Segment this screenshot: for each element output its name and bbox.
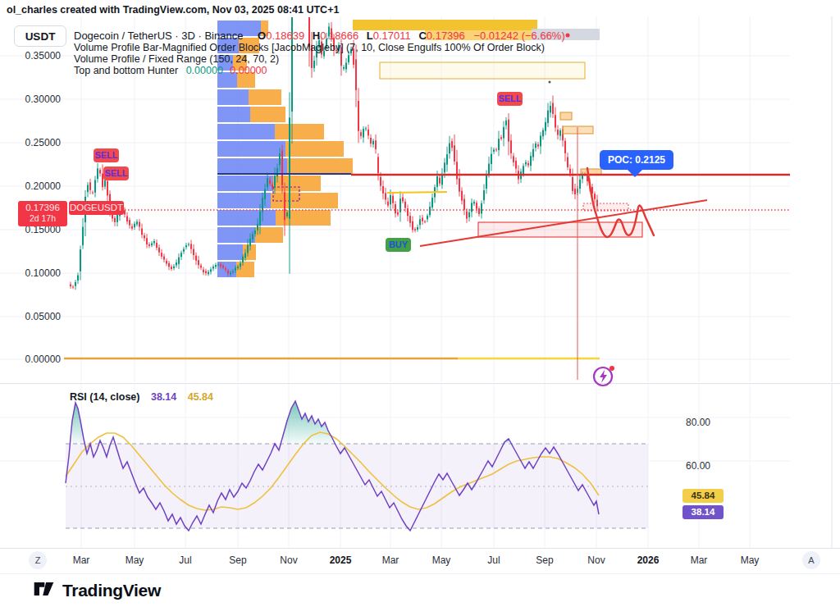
tradingview-chart-page: ol_charles created with TradingView.com,… <box>0 0 840 616</box>
last-price-tag: 0.17396 2d 17h <box>18 201 67 226</box>
rsi-axis-label-60: 60.00 <box>686 460 710 472</box>
time-axis-label: Nov <box>280 554 297 566</box>
time-axis-label: Jul <box>487 554 500 566</box>
thin-pink-box <box>583 203 628 211</box>
indicator-row-top-bottom-hunter[interactable]: Top and bottom Hunter 0.00000 0.00000 <box>74 65 267 76</box>
low-label: L <box>367 30 373 42</box>
symbol-price-line-tag: DOGEUSDT <box>69 201 124 215</box>
symbol-tag-label: DOGEUSDT <box>70 203 123 212</box>
yellow-level-segment[interactable] <box>387 192 447 193</box>
buy-signal-marker: BUY <box>386 238 411 252</box>
change-value: −0.01242 (−6.66%) <box>473 30 564 42</box>
price-axis-label: 0.10000 <box>25 267 61 279</box>
time-axis-label: Jul <box>179 554 191 566</box>
price-axis-label: 0.00000 <box>25 354 61 365</box>
high-value: 0.18666 <box>320 30 358 42</box>
price-axis-label: 0.30000 <box>25 94 61 105</box>
ascending-trendline[interactable] <box>420 200 707 246</box>
time-axis[interactable]: ZMarMayJulSepNov2025MarMayJulSepNov2026M… <box>0 548 840 574</box>
symbol-header[interactable]: Dogecoin / TetherUS · 3D · Binance O0.18… <box>74 30 565 42</box>
purple-order-block <box>273 187 299 201</box>
price-axis-label: 0.20000 <box>25 180 61 192</box>
open-label: O <box>258 30 266 42</box>
hunter-value-green: 0.00000 <box>186 65 223 76</box>
time-axis-label: 2025 <box>330 554 352 566</box>
time-axis-label: Mar <box>382 554 399 566</box>
time-axis-label: Mar <box>691 554 708 566</box>
time-axis-label: May <box>741 554 760 566</box>
rsi-axis-label-80: 80.00 <box>686 417 710 428</box>
poc-callout[interactable]: POC: 0.2125 <box>600 150 673 170</box>
indicator-label: Volume Profile Bar-Magnified Order Block… <box>74 42 545 53</box>
tradingview-brand[interactable]: TradingView <box>33 577 161 603</box>
demand-zone <box>478 222 642 237</box>
order-block-small-1 <box>560 112 572 120</box>
indicator-label: Volume Profile / Fixed Range (150, 24, 7… <box>74 53 279 65</box>
rsi-indicator-pane[interactable] <box>0 383 840 549</box>
high-label: H <box>313 30 320 42</box>
time-axis-button-z[interactable]: Z <box>29 551 47 569</box>
open-value: 0.18639 <box>266 30 304 42</box>
price-axis-label: 0.25000 <box>25 137 61 148</box>
hunter-value-red: 0.00000 <box>230 65 267 76</box>
time-axis-label: May <box>432 554 451 566</box>
tradingview-logo-text: TradingView <box>62 581 161 600</box>
bar-countdown: 2d 17h <box>18 213 67 224</box>
rsi-indicator-header[interactable]: RSI (14, close) 38.14 45.84 <box>70 391 213 403</box>
indicator-row-volume-profile[interactable]: Volume Profile / Fixed Range (150, 24, 7… <box>74 53 279 65</box>
time-axis-label: May <box>126 554 144 566</box>
lightning-events-icon[interactable] <box>591 364 616 389</box>
low-value: 0.17011 <box>373 30 411 42</box>
tradingview-logo-icon <box>33 577 55 603</box>
rsi-ma-price-tag: 45.84 <box>682 489 724 503</box>
symbol-title: Dogecoin / TetherUS · 3D · Binance <box>74 30 243 42</box>
price-axis-label: 0.05000 <box>25 311 61 322</box>
rsi-value-price-tag: 38.14 <box>682 505 724 519</box>
indicator-row-order-blocks[interactable]: Volume Profile Bar-Magnified Order Block… <box>74 42 545 53</box>
time-axis-label: 2026 <box>637 554 660 566</box>
indicator-label: Top and bottom Hunter <box>74 65 178 76</box>
order-block-large <box>380 62 585 79</box>
sell-signal-marker: SELL <box>103 167 129 180</box>
last-price-value: 0.17396 <box>18 202 67 213</box>
time-axis-label: Mar <box>73 554 90 566</box>
close-value: 0.17396 <box>427 30 465 42</box>
time-axis-label: Nov <box>587 554 605 566</box>
rsi-title: RSI (14, close) <box>70 391 139 403</box>
price-scale[interactable]: 0.350000.300000.250000.200000.150000.100… <box>0 0 61 382</box>
rsi-value: 38.14 <box>151 391 176 403</box>
time-axis-label: Sep <box>229 554 246 566</box>
marker-dot <box>566 34 570 38</box>
sell-signal-marker: SELL <box>94 148 119 162</box>
marker-dot <box>549 81 551 84</box>
sell-signal-marker: SELL <box>497 92 523 106</box>
close-label: C <box>418 30 426 42</box>
time-axis-button-a[interactable]: A <box>802 551 820 569</box>
rsi-ma-value: 45.84 <box>188 391 213 403</box>
price-axis-label: 0.35000 <box>25 50 61 62</box>
time-axis-label: Sep <box>536 554 553 566</box>
